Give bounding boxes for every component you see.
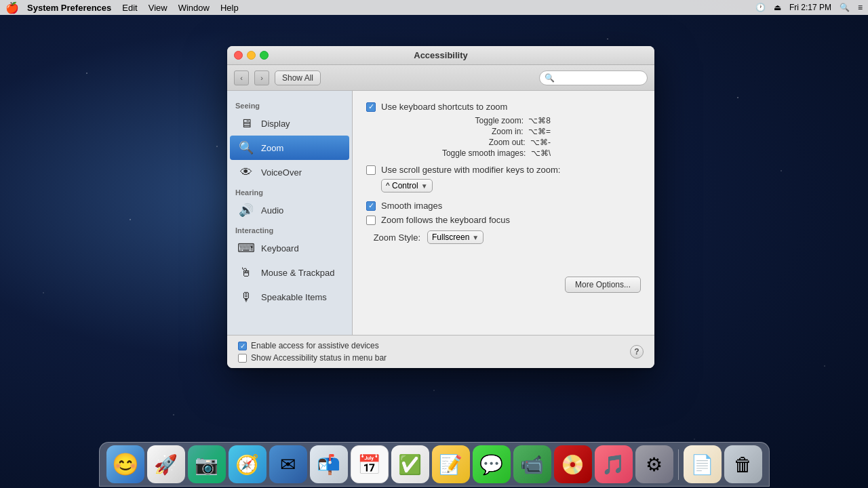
sidebar-item-audio-label: Audio (261, 205, 283, 216)
smooth-images-checkbox[interactable]: ✓ (366, 201, 376, 211)
docs-icon-glyph: 📄 (690, 453, 714, 476)
window-footer: ✓ Enable access for assistive devices Sh… (227, 335, 654, 368)
back-button[interactable]: ‹ (234, 70, 249, 85)
syspref-icon-glyph: ⚙ (646, 453, 663, 476)
sidebar-item-zoom[interactable]: 🔍 Zoom (230, 136, 349, 160)
dock-itunes[interactable]: 🎵 (595, 445, 633, 483)
spotlight-icon[interactable]: 🔍 (840, 3, 850, 12)
modifier-key-dropdown-row: ^ Control ▼ (381, 179, 641, 192)
search-input[interactable] (539, 70, 648, 85)
show-status-checkbox[interactable] (238, 354, 247, 363)
section-header-hearing: Hearing (227, 184, 352, 198)
zoom-out-row: Zoom out: ⌥⌘- (381, 138, 551, 147)
scroll-gesture-checkbox[interactable] (366, 165, 376, 175)
dock-notes[interactable]: 📝 (432, 445, 470, 483)
dock-launchpad[interactable]: 🚀 (147, 445, 185, 483)
notification-icon[interactable]: ≡ (858, 3, 863, 12)
apple-menu[interactable]: 🍎 (5, 1, 19, 14)
sidebar-item-speakable-items[interactable]: 🎙 Speakable Items (230, 285, 349, 309)
menubar-system-preferences[interactable]: System Preferences (27, 3, 111, 13)
menubar-view[interactable]: View (149, 3, 167, 13)
keyboard-focus-row: Zoom follows the keyboard focus (366, 215, 641, 225)
dock-messages[interactable]: 💬 (473, 445, 511, 483)
notes-icon-glyph: 📝 (439, 453, 462, 476)
sidebar-item-display-label: Display (261, 119, 290, 129)
launchpad-icon: 🚀 (154, 453, 178, 476)
dock-finder[interactable]: 😊 (106, 445, 144, 483)
sidebar-item-zoom-label: Zoom (261, 143, 283, 153)
minimize-button[interactable] (247, 51, 256, 60)
sidebar-item-mouse-label: Mouse & Trackpad (261, 268, 334, 278)
zoom-content: ✓ Use keyboard shortcuts to zoom Toggle … (353, 91, 654, 335)
facetime-icon-glyph: 📹 (520, 453, 544, 476)
messages-icon-glyph: 💬 (479, 453, 503, 476)
sidebar-item-mouse-trackpad[interactable]: 🖱 Mouse & Trackpad (230, 260, 349, 285)
sidebar-item-display[interactable]: 🖥 Display (230, 111, 349, 136)
menubar-edit[interactable]: Edit (122, 3, 137, 13)
zoom-style-dropdown[interactable]: Fullscreen ▼ (427, 230, 484, 244)
toggle-zoom-label: Toggle zoom: (475, 116, 524, 125)
speakable-icon: 🎙 (237, 287, 256, 306)
close-button[interactable] (234, 51, 243, 60)
scroll-gesture-row: Use scroll gesture with modifier keys to… (366, 165, 641, 175)
keyboard-shortcuts-checkbox[interactable]: ✓ (366, 102, 376, 112)
dock-dvd[interactable]: 📀 (554, 445, 592, 483)
window-controls (234, 51, 269, 60)
modifier-key-dropdown[interactable]: ^ Control ▼ (381, 179, 433, 192)
keyboard-shortcuts-row: ✓ Use keyboard shortcuts to zoom (366, 102, 641, 112)
accessibility-window: Accessibility ‹ › Show All 🔍 Seeing 🖥 Di… (227, 46, 654, 368)
toggle-zoom-row: Toggle zoom: ⌥⌘8 (381, 116, 551, 125)
keyboard-shortcuts-label: Use keyboard shortcuts to zoom (381, 102, 507, 112)
dock-trash[interactable]: 🗑 (724, 445, 762, 483)
menubar-right: 🕐 ⏏ Fri 2:17 PM 🔍 ≡ (755, 3, 863, 12)
dock-mail2[interactable]: 📬 (310, 445, 348, 483)
show-all-button[interactable]: Show All (275, 70, 321, 85)
help-button[interactable]: ? (630, 345, 644, 359)
show-status-label: Show Accessibility status in menu bar (251, 353, 387, 363)
window-title: Accessibility (414, 50, 468, 60)
dock-calendar[interactable]: 📅 (351, 445, 389, 483)
dvd-icon-glyph: 📀 (561, 453, 585, 476)
keyboard-icon: ⌨ (237, 239, 256, 258)
enable-access-label: Enable access for assistive devices (251, 341, 379, 350)
more-options-button[interactable]: More Options... (565, 277, 641, 293)
keyboard-focus-label: Zoom follows the keyboard focus (381, 215, 510, 225)
menubar-help[interactable]: Help (220, 3, 239, 13)
time-machine-icon: 🕐 (755, 3, 766, 12)
dock-docs[interactable]: 📄 (684, 445, 722, 483)
dock-facetime[interactable]: 📹 (513, 445, 551, 483)
trash-icon-glyph: 🗑 (734, 453, 753, 476)
maximize-button[interactable] (260, 51, 269, 60)
dock-photos[interactable]: 📷 (188, 445, 226, 483)
sidebar-item-audio[interactable]: 🔊 Audio (230, 198, 349, 222)
menubar-items: System Preferences Edit View Window Help (27, 3, 239, 13)
enable-access-checkbox[interactable]: ✓ (238, 342, 247, 350)
section-header-seeing: Seeing (227, 98, 352, 111)
zoom-in-key: ⌥⌘= (526, 127, 551, 136)
shortcuts-section: Toggle zoom: ⌥⌘8 Zoom in: ⌥⌘= Zoom out: … (381, 116, 641, 158)
zoom-style-arrow-icon: ▼ (472, 234, 479, 241)
search-wrapper: 🔍 (539, 70, 648, 85)
dock-system-preferences[interactable]: ⚙ (635, 445, 673, 483)
sidebar-item-voiceover-label: VoiceOver (261, 167, 302, 178)
eject-icon: ⏏ (774, 3, 781, 12)
window-body: Seeing 🖥 Display 🔍 Zoom 👁 VoiceOver Hear… (227, 91, 654, 335)
window-toolbar: ‹ › Show All 🔍 (227, 65, 654, 91)
forward-button[interactable]: › (254, 70, 269, 85)
finder-icon: 😊 (112, 451, 139, 477)
keyboard-focus-checkbox[interactable] (366, 216, 376, 225)
scroll-gesture-label: Use scroll gesture with modifier keys to… (381, 165, 560, 175)
dock-separator (678, 449, 679, 480)
dock-safari[interactable]: 🧭 (229, 445, 267, 483)
sidebar-item-voiceover[interactable]: 👁 VoiceOver (230, 160, 349, 184)
sidebar-item-keyboard[interactable]: ⌨ Keyboard (230, 236, 349, 260)
zoom-style-value: Fullscreen (432, 232, 469, 242)
dropdown-arrow-icon: ▼ (421, 182, 428, 190)
menubar-window[interactable]: Window (178, 3, 210, 13)
mail-icon-glyph: ✉ (280, 453, 296, 476)
dock-reminders[interactable]: ✅ (391, 445, 429, 483)
dock-mail[interactable]: ✉ (269, 445, 307, 483)
sidebar-item-speakable-label: Speakable Items (261, 292, 327, 302)
smooth-images-row: ✓ Smooth images (366, 201, 641, 211)
zoom-icon: 🔍 (237, 138, 256, 157)
